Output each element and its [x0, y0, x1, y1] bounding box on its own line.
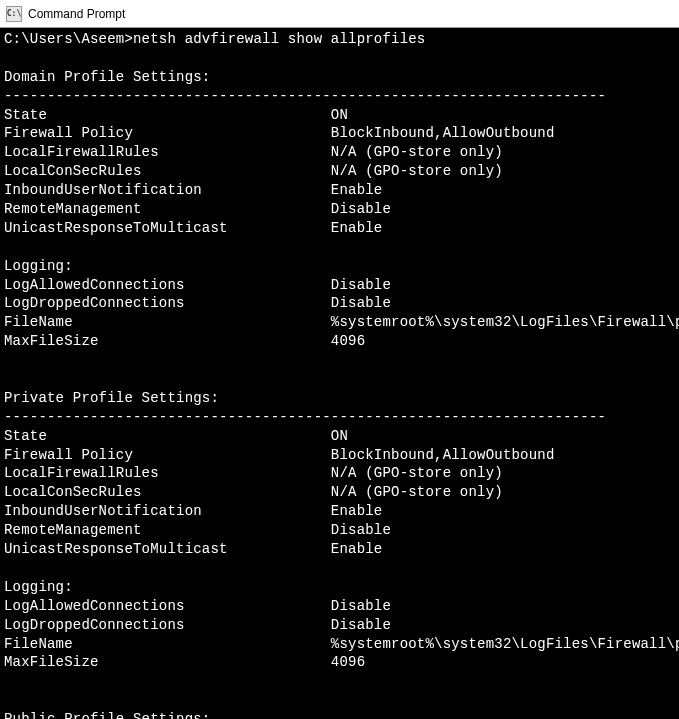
window-titlebar[interactable]: C:\ Command Prompt [0, 0, 679, 28]
window-title: Command Prompt [28, 7, 125, 21]
command-prompt-icon: C:\ [6, 6, 22, 22]
console-output[interactable]: C:\Users\Aseem>netsh advfirewall show al… [0, 28, 679, 719]
